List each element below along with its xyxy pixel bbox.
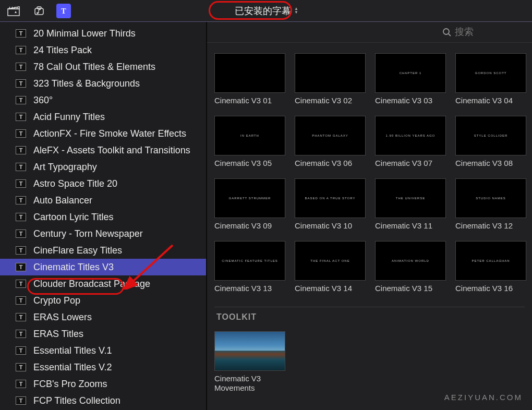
thumbnail-item[interactable]: GORDON SCOTTCinematic V3 04 [455,53,526,105]
thumbnail-preview: CHAPTER 1 [375,53,446,93]
thumbnail-grid: Cinematic V3 01Cinematic V3 02CHAPTER 1C… [214,53,525,293]
sidebar-item[interactable]: TAcid Funny Titles [0,108,206,125]
sidebar-item[interactable]: T20 Minimal Lower Thirds [0,25,206,42]
thumbnail-item[interactable]: CINEMATIC FEATURE TITLESCinematic V3 13 [214,241,285,293]
thumbnail-item[interactable]: IN EARTHCinematic V3 05 [214,116,285,168]
sidebar-item[interactable]: TAuto Balancer [0,192,206,209]
sidebar-item[interactable]: TEssential Titles V.2 [0,359,206,376]
sidebar-item-label: Essential Titles V.2 [33,362,112,373]
thumbnail-label: Cinematic V3 02 [295,96,366,105]
svg-point-7 [443,29,449,34]
svg-line-8 [449,34,451,36]
thumbnail-item[interactable]: STYLE COLLIDERCinematic V3 08 [455,116,526,168]
thumbnail-item[interactable]: 1.90 BILLION YEARS AGOCinematic V3 07 [375,116,446,168]
thumbnail-preview: GARRETT STRUMMER [214,178,285,218]
title-category-icon: T [16,246,26,255]
title-category-icon: T [16,63,26,71]
thumbnail-label: Cinematic V3 16 [455,284,526,293]
thumbnail-preview: IN EARTH [214,116,285,155]
thumbnail-preview: GORDON SCOTT [455,53,526,93]
thumbnail-preview: BASED ON A TRUE STORY [295,178,366,218]
sidebar-item[interactable]: TERAS Titles [0,325,206,342]
search-field[interactable] [442,27,523,38]
sidebar-item[interactable]: TArt Typography [0,159,206,175]
thumbnail-label: Cinematic V3 05 [214,159,285,168]
sidebar-item-label: Cartoon Lyric Titles [33,212,113,223]
search-input[interactable] [455,27,523,38]
svg-marker-1 [15,11,17,13]
thumbnail-item[interactable]: ANIMATION WORLDCinematic V3 15 [375,241,446,293]
audio-browser-button[interactable] [31,4,46,18]
title-category-icon: T [16,296,26,305]
sidebar-item-label: Astro Space Title 20 [33,178,117,189]
thumbnail-label: Cinematic V3 06 [295,159,366,168]
title-category-icon: T [16,230,26,238]
title-category-icon: T [16,113,26,121]
thumbnail-preview: PHANTOM GALAXY [295,116,366,155]
title-category-icon: T [16,213,26,221]
sidebar-item[interactable]: TAstro Space Title 20 [0,175,206,192]
sidebar-item[interactable]: TFCB's Pro Zooms [0,376,206,392]
title-category-icon: T [16,330,26,338]
thumbnail-item[interactable]: Cinematic V3 Movements [214,331,285,393]
thumbnail-item[interactable]: PHANTOM GALAXYCinematic V3 06 [295,116,366,168]
title-category-icon: T [16,79,26,88]
installed-titles-dropdown[interactable]: 已安装的字幕 ▲▼ [226,3,306,19]
sidebar-item[interactable]: T323 Titles & Backgrounds [0,75,206,92]
title-category-icon: T [16,196,26,204]
sidebar-item[interactable]: TActionFX - Fire Smoke Water Effects [0,125,206,142]
sidebar-item[interactable]: TCinematic Titles V3 [0,259,206,275]
thumbnail-label: Cinematic V3 04 [455,96,526,105]
sidebar-item[interactable]: TClouder Broadcast Package [0,275,206,292]
thumbnail-label: Cinematic V3 07 [375,159,446,168]
thumbnail-label: Cinematic V3 03 [375,96,446,105]
thumbnail-label: Cinematic V3 10 [295,221,366,231]
sidebar-item[interactable]: TFCP Titles Collection [0,392,206,409]
watermark: AEZIYUAN.COM [444,393,523,402]
sidebar-item-label: 323 Titles & Backgrounds [33,78,140,89]
dropdown-container: 已安装的字幕 ▲▼ [226,3,306,19]
sidebar-item[interactable]: TAleFX - Assets Toolkit and Transitions [0,142,206,159]
toolbar-left-group: T [6,4,71,18]
sidebar-item[interactable]: TCentury - Torn Newspaper [0,225,206,242]
thumbnail-item[interactable]: THE FINAL ACT ONECinematic V3 14 [295,241,366,293]
section-header-toolkit: TOOLKIT [214,307,525,328]
thumbnail-preview [295,53,366,93]
thumbnail-item[interactable]: GARRETT STRUMMERCinematic V3 09 [214,178,285,231]
title-category-icon: T [16,129,26,138]
main-region: T20 Minimal Lower ThirdsT24 Titles PackT… [0,22,532,410]
title-category-icon: T [16,363,26,371]
sidebar-item[interactable]: TCineFlare Easy Titles [0,242,206,259]
sidebar-item-label: Cinematic Titles V3 [33,262,114,273]
title-category-icon: T [16,313,26,321]
sidebar-item[interactable]: T24 Titles Pack [0,42,206,58]
thumbnail-item[interactable]: THE UNIVERSECinematic V3 11 [375,178,446,231]
sidebar-item-label: ActionFX - Fire Smoke Water Effects [33,128,186,139]
sidebar-item[interactable]: T360° [0,92,206,108]
thumbnail-label: Cinematic V3 14 [295,284,366,293]
thumbnail-item[interactable]: Cinematic V3 02 [295,53,366,105]
thumbnail-label: Cinematic V3 01 [214,96,285,105]
grid-area[interactable]: Cinematic V3 01Cinematic V3 02CHAPTER 1C… [207,43,532,410]
sidebar-item[interactable]: T78 Call Out Titles & Elements [0,58,206,75]
thumbnail-item[interactable]: PETER CALLAGHANCinematic V3 16 [455,241,526,293]
thumbnail-item[interactable]: Cinematic V3 01 [214,53,285,105]
title-category-icon: T [16,396,26,405]
sidebar[interactable]: T20 Minimal Lower ThirdsT24 Titles PackT… [0,22,206,410]
thumbnail-item[interactable]: CHAPTER 1Cinematic V3 03 [375,53,446,105]
thumbnail-item[interactable]: BASED ON A TRUE STORYCinematic V3 10 [295,178,366,231]
media-browser-button[interactable] [6,4,21,18]
search-bar [207,22,532,43]
titles-browser-button[interactable]: T [56,4,71,18]
sidebar-item-label: Clouder Broadcast Package [33,279,150,290]
search-icon [442,28,452,37]
dropdown-label: 已安装的字幕 [235,5,291,17]
sidebar-item-label: ERAS Lowers [33,312,92,323]
thumbnail-item[interactable]: STUDIO NAMESCinematic V3 12 [455,178,526,231]
sidebar-item[interactable]: TCrypto Pop [0,292,206,309]
clapperboard-icon [7,6,20,16]
sidebar-item[interactable]: TCartoon Lyric Titles [0,209,206,225]
title-category-icon: T [16,346,26,355]
sidebar-item[interactable]: TEssential Titles V.1 [0,342,206,359]
sidebar-item[interactable]: TERAS Lowers [0,309,206,325]
